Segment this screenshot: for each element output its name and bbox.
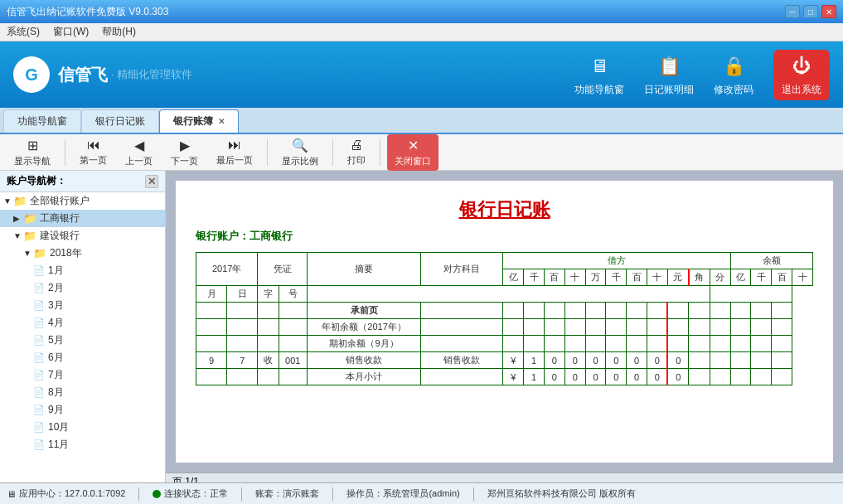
tab-bank-journal[interactable]: 银行日记账 — [81, 109, 159, 133]
tree-item-jun[interactable]: 📄 6月 — [0, 349, 165, 366]
nav-window-action[interactable]: 🖥 功能导航窗 — [574, 53, 624, 97]
toolbar: ⊞ 显示导航 ⏮ 第一页 ◀ 上一页 ▶ 下一页 ⏭ 最后一页 🔍 显示比例 🖨… — [0, 134, 843, 171]
opening-balance-row: 年初余额（2017年） — [196, 319, 813, 336]
tree-item-feb[interactable]: 📄 2月 — [0, 279, 165, 297]
menu-help[interactable]: 帮助(H) — [102, 25, 136, 39]
logo-subtitle: · 精细化管理软件 — [111, 67, 192, 82]
tree-label-feb: 2月 — [48, 281, 64, 295]
connection-text: 连接状态：正常 — [164, 487, 228, 500]
sub-a5: 0 — [585, 369, 606, 385]
file-icon-jan: 📄 — [33, 265, 45, 276]
minimize-button[interactable]: ─ — [785, 5, 800, 18]
journal-icon: 📋 — [654, 53, 684, 80]
tx-num: 001 — [279, 352, 307, 369]
operator-text: 操作员：系统管理员(admin) — [346, 487, 459, 500]
prev-page-button[interactable]: ◀ 上一页 — [118, 134, 160, 171]
tree-label-sep: 9月 — [48, 403, 64, 417]
menu-system[interactable]: 系统(S) — [7, 25, 40, 39]
tree-item-apr[interactable]: 📄 4月 — [0, 314, 165, 332]
tx-a5: 0 — [585, 352, 606, 369]
tree-item-jan[interactable]: 📄 1月 — [0, 262, 165, 279]
zoom-button[interactable]: 🔍 显示比例 — [274, 134, 326, 171]
tree-arrow-ccb: ▼ — [13, 231, 23, 240]
sidebar-title: 账户导航树： — [7, 174, 66, 188]
ledger-title: 银行日记账 — [196, 197, 813, 222]
tree-item-all[interactable]: ▼ 📁 全部银行账户 — [0, 192, 165, 210]
tree-label-apr: 4月 — [48, 316, 64, 330]
file-icon-feb: 📄 — [33, 283, 45, 293]
tree-item-icbc[interactable]: ▶ 📁 工商银行 — [0, 210, 165, 227]
page-nav-bar: 页 1/1 — [166, 472, 843, 482]
tree-item-sep[interactable]: 📄 9月 — [0, 401, 165, 419]
doc-area[interactable]: 银行日记账 银行账户：工商银行 2017年 凭证 摘要 对方科目 借方 余额 — [166, 171, 843, 482]
tree-item-mar[interactable]: 📄 3月 — [0, 297, 165, 314]
sub-a6: 0 — [606, 369, 627, 385]
last-page-button[interactable]: ⏭ 最后一页 — [209, 134, 260, 170]
maximize-button[interactable]: □ — [803, 5, 818, 18]
exit-label: 退出系统 — [782, 83, 821, 97]
close-icon: ✕ — [408, 138, 419, 153]
sub-a8: 0 — [647, 369, 668, 385]
tree-arrow-all: ▼ — [3, 196, 13, 206]
company-status: 郑州亘拓软件科技有限公司 版权所有 — [487, 487, 636, 500]
page-indicator: 页 1/1 — [172, 475, 199, 482]
tx-counter: 销售收款 — [421, 352, 503, 369]
journal-action[interactable]: 📋 日记账明细 — [644, 53, 694, 97]
print-button[interactable]: 🖨 打印 — [340, 134, 373, 170]
app-center-icon: 🖥 — [7, 489, 16, 499]
app-title: 信管飞出纳记账软件免费版 V9.0.303 — [7, 5, 168, 19]
monitor-icon: 🖥 — [584, 53, 614, 80]
change-password-label: 修改密码 — [714, 83, 753, 97]
status-sep-3 — [332, 487, 333, 501]
tree-item-aug[interactable]: 📄 8月 — [0, 384, 165, 401]
tree-label-all: 全部银行账户 — [30, 194, 90, 208]
year-header: 2017年 — [196, 253, 258, 286]
tx-a4: 0 — [564, 352, 585, 369]
debit-fen: 分 — [710, 269, 730, 286]
next-page-button[interactable]: ▶ 下一页 — [163, 134, 206, 171]
debit-jiao: 角 — [689, 269, 710, 286]
tx-a1: ¥ — [503, 352, 524, 369]
sub-a3: 0 — [545, 369, 565, 385]
tree-item-may[interactable]: 📄 5月 — [0, 332, 165, 349]
sub-b1 — [710, 369, 730, 385]
tree-item-2018[interactable]: ▼ 📁 2018年 — [0, 245, 165, 262]
tx-a7: 0 — [627, 352, 647, 369]
tree-label-aug: 8月 — [48, 385, 64, 400]
bal-yi: 亿 — [730, 269, 751, 286]
tree-item-jul[interactable]: 📄 7月 — [0, 366, 165, 384]
debit-b2: 百 — [627, 269, 647, 286]
tree-arrow-icbc: ▶ — [13, 214, 23, 223]
toolbar-sep-3 — [332, 139, 333, 166]
tab-bank-ledger[interactable]: 银行账簿 ✕ — [159, 109, 239, 133]
tab-close-icon[interactable]: ✕ — [218, 117, 225, 126]
sub-a9: 0 — [667, 369, 688, 385]
status-sep-4 — [473, 487, 474, 501]
tree-item-ccb[interactable]: ▼ 📁 建设银行 — [0, 227, 165, 245]
sub-a2: 1 — [524, 369, 545, 385]
file-icon-may: 📄 — [33, 335, 45, 346]
show-nav-button[interactable]: ⊞ 显示导航 — [7, 134, 58, 171]
sub-b2 — [730, 369, 751, 385]
tab-nav-window[interactable]: 功能导航窗 — [3, 109, 81, 133]
debit-shi: 十 — [564, 269, 585, 286]
close-window-button[interactable]: ✕ 关闭窗口 — [387, 134, 438, 171]
sidebar-close-button[interactable]: ✕ — [145, 175, 158, 188]
operator-status: 操作员：系统管理员(admin) — [346, 487, 459, 500]
file-icon-nov: 📄 — [33, 439, 45, 450]
close-button[interactable]: ✕ — [821, 5, 836, 18]
debit-q2: 千 — [606, 269, 627, 286]
tree-label-mar: 3月 — [48, 298, 64, 313]
first-page-button[interactable]: ⏮ 第一页 — [72, 134, 114, 170]
debit-qian: 千 — [524, 269, 545, 286]
tree-item-nov[interactable]: 📄 11月 — [0, 436, 165, 453]
transaction-row-1: 9 7 收 001 销售收款 销售收款 ¥ 1 0 0 0 0 — [196, 352, 813, 369]
spacer-header — [307, 286, 710, 303]
tree-label-jan: 1月 — [48, 264, 64, 278]
exit-action[interactable]: ⏻ 退出系统 — [773, 50, 830, 100]
menu-window[interactable]: 窗口(W) — [53, 25, 89, 39]
sub-a4: 0 — [564, 369, 585, 385]
day-col-header: 日 — [227, 286, 258, 303]
change-password-action[interactable]: 🔒 修改密码 — [714, 53, 753, 97]
tree-item-oct[interactable]: 📄 10月 — [0, 419, 165, 436]
